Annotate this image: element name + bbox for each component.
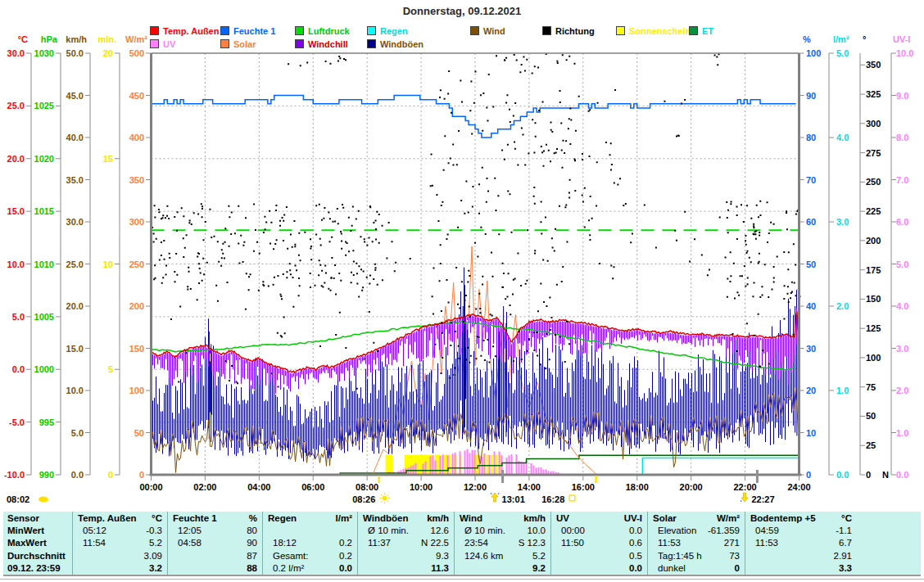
axis-tick-wm2: 100 [111,386,144,395]
table-cell: 9.3 [357,549,454,562]
legend-swatch-windchill [295,39,304,48]
axis-tick-wm2: 50 [111,428,144,438]
axis-tick-lm2: 3.0 [836,217,869,227]
legend-swatch-luftdruck [295,26,304,35]
weather-chart-window: Donnerstag, 09.12.2021 SensorTemp. Außen… [0,0,924,582]
axis-unit-wm2: W/m² [116,34,147,44]
axis-tick-hpa: 1010 [21,259,54,269]
page-title: Donnerstag, 09.12.2021 [0,7,924,16]
axis-tick-pct: 20 [806,386,839,395]
axis-unit-tempC: °C [0,34,28,44]
table-cell: 12:0580 [167,524,262,536]
table-cell: 11:37N 22.5 [357,537,454,549]
axis-tick-deg: 100 [866,353,899,363]
axis-tick-pct: 50 [806,259,839,269]
axis-unit-uvi: UV-I [893,34,924,44]
axis-tick-kmh: 15.0 [51,344,84,354]
axis-tick-uvi: 0.0 [896,470,924,480]
axis-tick-kmh: 30.0 [51,217,84,227]
axis-tick-uvi: 5.0 [896,259,924,269]
axis-tick-lm2: 2.0 [836,301,869,311]
axis-tick-kmh: 25.0 [51,259,84,269]
axis-unit-hpa: hPa [26,34,57,44]
table-cell: 3.2 [72,562,167,575]
axis-tick-wm2: 500 [111,48,144,58]
event-time-0802: 08:02 [7,494,29,504]
table-row-label: MinWert [3,524,72,536]
x-axis-label: 22:00 [729,482,762,492]
legend-swatch-windboeen [367,39,376,48]
axis-tick-wm2: 350 [111,175,144,185]
table-cell: Gesamt:0.2 [262,549,357,562]
x-axis-label: 20:00 [675,482,708,492]
x-axis-label: 04:00 [242,482,275,492]
axis-tick-uvi: 9.0 [896,91,924,101]
axis-tick-pct: 0 [806,470,839,480]
axis-tick-deg: 300 [866,119,899,129]
axis-tick-deg: 75 [866,382,899,392]
legend-label-uv: UV [163,39,175,49]
legend-label-regen: Regen [380,26,408,36]
axis-tick-deg: 200 [866,236,899,246]
axis-tick-deg: 275 [866,148,899,158]
bottom-divider [0,579,924,580]
table-cell: 11.3 [357,562,454,575]
x-axis-label: 08:00 [351,482,383,492]
legend-swatch-regen [367,26,376,35]
event-moonrise-time: 13:01 [502,494,525,504]
stats-table: SensorTemp. Außen°CFeuchte 1%Regenl/m²Wi… [3,512,921,575]
table-cell: dunkel0 [647,562,745,575]
series-feuchte [152,96,796,138]
axis-tick-pct: 80 [806,133,839,142]
x-axis-label: 24:00 [783,482,816,492]
axis-tick-wm2: 250 [111,259,144,269]
axis-tick-min: 10 [80,259,113,269]
axis-tick-lm2: 5.0 [836,48,869,58]
axis-tick-hpa: 990 [21,470,54,480]
table-col-header: Temp. Außen°C [72,512,167,524]
legend-label-sonnenschein: Sonnenschein [629,26,691,36]
axis-tick-hpa: 1005 [21,312,54,322]
axis-tick-uvi: 10.0 [896,48,924,58]
table-cell: Tag:1:45 h73 [647,549,745,562]
table-cell: 3.09 [72,549,167,562]
table-col-header: Regenl/m² [262,512,357,524]
table-cell: 11:53271 [647,537,745,549]
x-axis-label: 16:00 [567,482,600,492]
legend-swatch-et [689,26,698,35]
legend-label-richtung: Richtung [555,26,595,36]
table-col-header: Windböenkm/h [357,512,454,524]
axis-tick-lm2: 4.0 [836,133,869,142]
axis-tick-hpa: 995 [21,417,54,427]
axis-tick-uvi: 2.0 [896,386,924,395]
axis-tick-pct: 100 [806,48,839,58]
table-cell: 23:54S 12.3 [454,537,550,549]
axis-tick-uvi: 8.0 [896,133,924,142]
table-cell: Elevation-61.359 [647,524,745,536]
table-cell: Ø 10 min.12.6 [357,524,454,536]
axis-tick-pct: 30 [806,344,839,354]
axis-tick-deg: 25 [866,440,899,450]
axis-tick-wm2: 150 [111,344,144,354]
axis-tick-uvi: 6.0 [896,217,924,227]
table-cell: 05:12-0.3 [72,524,167,536]
table-col-header: Bodentemp +5°C [745,512,921,524]
axis-tick-pct: 10 [806,428,839,438]
axis-tick-wm2: 300 [111,217,144,227]
x-axis-label: 10:00 [405,482,437,492]
table-row-label: 09.12. 23:59 [3,562,72,575]
table-col-header: Feuchte 1% [167,512,262,524]
legend-swatch-richtung [542,26,551,35]
table-cell: 00:000.0 [550,524,647,536]
axis-tick-deg: 325 [866,89,899,99]
axis-tick-kmh: 20.0 [51,301,84,311]
legend-label-feuchte-1: Feuchte 1 [233,26,275,36]
legend-label-windchill: Windchill [308,39,348,49]
legend-label-et: ET [702,26,713,36]
axis-tick-deg: 350 [866,60,899,70]
axis-tick-min: 0 [80,470,113,480]
x-axis-label: 00:00 [135,482,168,492]
table-corner-header: Sensor [3,512,72,524]
event-sunset-time: 16:28 [530,494,564,504]
axis-tick-min: 5 [80,364,113,374]
